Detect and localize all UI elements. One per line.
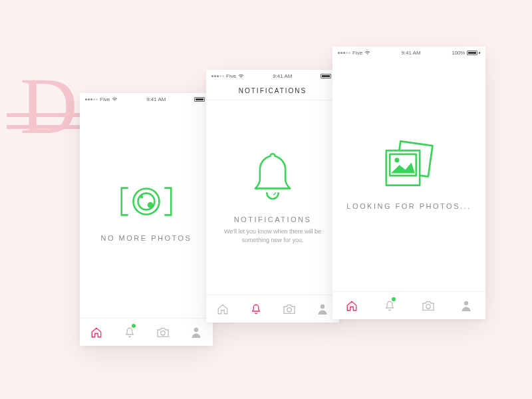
camera-lens-icon xyxy=(116,181,176,225)
empty-state-title: NOTIFICATIONS xyxy=(234,215,312,223)
nav-bar-title: NOTIFICATIONS xyxy=(206,82,339,100)
svg-point-7 xyxy=(321,304,325,308)
bell-icon xyxy=(250,303,262,315)
svg-point-6 xyxy=(287,307,291,311)
home-icon xyxy=(90,327,102,338)
svg-point-2 xyxy=(148,202,154,208)
status-time: 9:41 AM xyxy=(401,50,420,56)
tab-profile[interactable] xyxy=(448,292,486,319)
photos-stack-icon xyxy=(379,140,439,193)
profile-icon xyxy=(461,300,471,312)
notification-badge-dot xyxy=(132,324,136,328)
home-icon xyxy=(346,300,358,312)
carrier-label: Five xyxy=(226,73,236,79)
status-bar: Five 9:41 AM xyxy=(80,93,213,105)
wifi-icon xyxy=(238,74,244,78)
empty-state-subtitle: We'll let you know when there will be so… xyxy=(219,227,326,244)
camera-icon xyxy=(283,304,296,315)
empty-state: LOOKING FOR PHOTOS... xyxy=(332,59,485,291)
home-icon xyxy=(217,303,229,315)
status-time: 9:41 AM xyxy=(273,73,292,79)
svg-point-3 xyxy=(140,196,143,198)
svg-point-12 xyxy=(426,304,430,308)
empty-state-title: LOOKING FOR PHOTOS... xyxy=(346,202,471,210)
bell-large-icon xyxy=(249,150,296,206)
profile-icon xyxy=(317,303,328,315)
tab-notifications[interactable] xyxy=(371,292,410,319)
camera-icon xyxy=(156,327,170,338)
empty-state: NOTIFICATIONS We'll let you know when th… xyxy=(206,100,339,295)
battery-percentage: 100% xyxy=(452,50,465,56)
tab-notifications[interactable] xyxy=(239,295,273,323)
tab-bar xyxy=(332,291,485,319)
svg-point-13 xyxy=(464,301,468,305)
phone-screen-notifications: Five 9:41 AM NOTIFICATIONS NOTIFICATIONS… xyxy=(206,70,339,323)
wifi-icon xyxy=(112,97,118,102)
bell-icon xyxy=(124,327,136,338)
tab-camera[interactable] xyxy=(409,292,448,319)
mockup-stage: Five 9:41 AM xyxy=(0,0,532,399)
tab-camera[interactable] xyxy=(273,295,306,323)
bell-icon xyxy=(384,300,396,312)
signal-strength-icon xyxy=(338,52,350,54)
status-bar: Five 9:41 AM xyxy=(206,70,339,82)
tab-profile[interactable] xyxy=(180,319,213,346)
tab-home[interactable] xyxy=(332,292,371,319)
profile-icon xyxy=(191,327,201,338)
wifi-icon xyxy=(364,51,370,55)
signal-strength-icon xyxy=(85,98,98,100)
phone-screen-looking: Five 9:41 AM 100% xyxy=(332,47,485,319)
carrier-label: Five xyxy=(352,50,362,56)
tab-bar xyxy=(206,295,339,323)
empty-state-title: NO MORE PHOTOS xyxy=(101,234,192,242)
camera-icon xyxy=(422,301,435,311)
svg-point-4 xyxy=(161,331,165,334)
signal-strength-icon xyxy=(211,75,224,77)
tab-home[interactable] xyxy=(206,295,239,323)
svg-point-11 xyxy=(394,158,399,162)
status-time: 9:41 AM xyxy=(146,96,166,102)
tab-notifications[interactable] xyxy=(113,319,146,346)
battery-icon xyxy=(467,51,480,55)
status-bar: Five 9:41 AM 100% xyxy=(332,47,485,59)
carrier-label: Five xyxy=(100,96,110,102)
tab-camera[interactable] xyxy=(146,319,180,346)
empty-state: NO MORE PHOTOS xyxy=(80,105,213,318)
tab-bar xyxy=(80,318,213,346)
tab-home[interactable] xyxy=(80,319,113,346)
phone-screen-feed-empty: Five 9:41 AM xyxy=(80,93,213,346)
svg-point-5 xyxy=(194,327,198,331)
